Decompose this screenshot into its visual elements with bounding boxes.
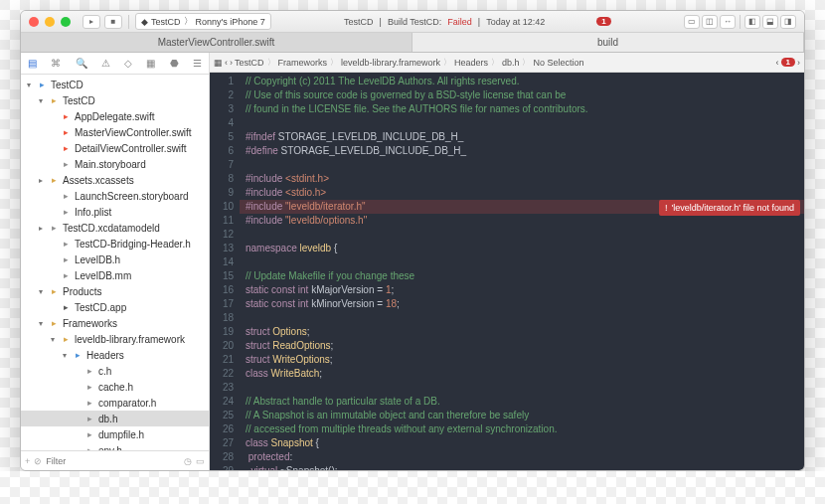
tree-item[interactable]: ▸cache.h bbox=[21, 379, 209, 395]
tree-item[interactable]: ▾▸Frameworks bbox=[21, 315, 209, 331]
tree-item[interactable]: ▾▸leveldb-library.framework bbox=[21, 331, 209, 347]
app-icon: ◆ bbox=[141, 17, 148, 27]
toggle-left-panel-icon[interactable]: ◧ bbox=[744, 15, 760, 29]
symbol-nav-icon[interactable]: ⌘ bbox=[51, 58, 61, 69]
tree-item[interactable]: ▸comparator.h bbox=[21, 395, 209, 411]
error-icon: ! bbox=[665, 201, 668, 215]
navigator-selector: ▤ ⌘ 🔍 ⚠ ◇ ▦ ⬣ ☰ bbox=[21, 53, 209, 75]
inline-error-badge[interactable]: 1 bbox=[781, 58, 795, 67]
jump-bar[interactable]: ▦ ‹ › TestCD〉Frameworks〉leveldb-library.… bbox=[210, 53, 804, 73]
prev-issue-icon[interactable]: ‹ bbox=[776, 58, 779, 68]
editor-standard-icon[interactable]: ▭ bbox=[684, 15, 700, 29]
tree-item[interactable]: ▾▸Products bbox=[21, 283, 209, 299]
editor-version-icon[interactable]: ↔ bbox=[720, 15, 736, 29]
breakpoint-nav-icon[interactable]: ⬣ bbox=[170, 58, 179, 69]
tree-item[interactable]: ▸TestCD.app bbox=[21, 299, 209, 315]
xcode-window: ▸ ■ ◆ TestCD 〉 Ronny's iPhone 7 TestCD |… bbox=[20, 10, 805, 471]
source-editor[interactable]: 1234567891011121314151617181920212223242… bbox=[210, 73, 804, 470]
project-tree: ▾▸TestCD▾▸TestCD▸AppDelegate.swift▸Maste… bbox=[21, 75, 209, 450]
tree-item[interactable]: ▸MasterViewController.swift bbox=[21, 124, 209, 140]
related-items-icon[interactable]: ▦ bbox=[214, 58, 223, 68]
navigator-sidebar: ▤ ⌘ 🔍 ⚠ ◇ ▦ ⬣ ☰ ▾▸TestCD▾▸TestCD▸AppDele… bbox=[21, 53, 210, 470]
tree-item[interactable]: ▸db.h bbox=[21, 411, 209, 426]
tree-item[interactable]: ▸dumpfile.h bbox=[21, 426, 209, 442]
scheme-device: Ronny's iPhone 7 bbox=[196, 17, 265, 27]
tab-build[interactable]: build bbox=[412, 33, 804, 52]
tree-item[interactable]: ▸▸Assets.xcassets bbox=[21, 172, 209, 188]
titlebar: ▸ ■ ◆ TestCD 〉 Ronny's iPhone 7 TestCD |… bbox=[21, 11, 804, 33]
scm-icon[interactable]: ▭ bbox=[196, 456, 205, 466]
tree-item[interactable]: ▸c.h bbox=[21, 363, 209, 379]
close-button[interactable] bbox=[29, 17, 39, 27]
test-nav-icon[interactable]: ◇ bbox=[124, 58, 132, 69]
add-icon[interactable]: + bbox=[25, 456, 30, 466]
stop-button[interactable]: ■ bbox=[104, 15, 122, 29]
filter-icon[interactable]: ⊘ bbox=[34, 456, 42, 466]
project-nav-icon[interactable]: ▤ bbox=[28, 58, 37, 69]
find-nav-icon[interactable]: 🔍 bbox=[76, 58, 87, 69]
scheme-target: TestCD bbox=[151, 17, 181, 27]
toggle-bottom-panel-icon[interactable]: ⬓ bbox=[762, 15, 778, 29]
tree-item[interactable]: ▸Main.storyboard bbox=[21, 156, 209, 172]
error-annotation[interactable]: ! 'leveldb/iterator.h' file not found bbox=[659, 200, 800, 216]
recent-icon[interactable]: ◷ bbox=[184, 456, 192, 466]
report-nav-icon[interactable]: ☰ bbox=[193, 58, 202, 69]
tree-item[interactable]: ▾▸Headers bbox=[21, 347, 209, 363]
editor-area: ▦ ‹ › TestCD〉Frameworks〉leveldb-library.… bbox=[210, 53, 804, 470]
tree-item[interactable]: ▸TestCD-Bridging-Header.h bbox=[21, 236, 209, 252]
tree-item[interactable]: ▸AppDelegate.swift bbox=[21, 108, 209, 124]
filter-bar: + ⊘ ◷ ▭ bbox=[21, 450, 209, 470]
back-icon[interactable]: ‹ bbox=[225, 58, 228, 68]
document-tabbar: MasterViewController.swift build bbox=[21, 33, 804, 53]
tree-item[interactable]: ▾▸TestCD bbox=[21, 92, 209, 108]
tree-item[interactable]: ▸▸TestCD.xcdatamodeld bbox=[21, 220, 209, 236]
jumpbar-seg[interactable]: db.h bbox=[502, 58, 520, 68]
tree-item[interactable]: ▸LevelDB.h bbox=[21, 252, 209, 267]
jumpbar-seg[interactable]: Frameworks bbox=[278, 58, 328, 68]
forward-icon[interactable]: › bbox=[230, 58, 233, 68]
zoom-button[interactable] bbox=[61, 17, 71, 27]
jumpbar-seg[interactable]: Headers bbox=[454, 58, 488, 68]
next-issue-icon[interactable]: › bbox=[797, 58, 800, 68]
tree-item[interactable]: ▸env.h bbox=[21, 442, 209, 450]
tree-item[interactable]: ▸LevelDB.mm bbox=[21, 267, 209, 283]
jumpbar-seg[interactable]: leveldb-library.framework bbox=[341, 58, 440, 68]
editor-assistant-icon[interactable]: ◫ bbox=[702, 15, 718, 29]
issue-nav-icon[interactable]: ⚠ bbox=[101, 58, 110, 69]
debug-nav-icon[interactable]: ▦ bbox=[146, 58, 155, 69]
filter-input[interactable] bbox=[46, 456, 180, 466]
tree-item[interactable]: ▸LaunchScreen.storyboard bbox=[21, 188, 209, 204]
tree-item[interactable]: ▾▸TestCD bbox=[21, 77, 209, 92]
tree-item[interactable]: ▸Info.plist bbox=[21, 204, 209, 220]
activity-status: TestCD | Build TestCD: Failed | Today at… bbox=[275, 17, 680, 27]
minimize-button[interactable] bbox=[45, 17, 55, 27]
run-button[interactable]: ▸ bbox=[82, 15, 100, 29]
error-badge[interactable]: 1 bbox=[596, 17, 610, 26]
jumpbar-seg[interactable]: No Selection bbox=[533, 58, 583, 68]
toggle-right-panel-icon[interactable]: ◨ bbox=[780, 15, 796, 29]
tab-master[interactable]: MasterViewController.swift bbox=[21, 33, 412, 52]
scheme-selector[interactable]: ◆ TestCD 〉 Ronny's iPhone 7 bbox=[135, 13, 271, 30]
jumpbar-seg[interactable]: TestCD bbox=[235, 58, 264, 68]
error-text: 'leveldb/iterator.h' file not found bbox=[671, 201, 794, 215]
tree-item[interactable]: ▸DetailViewController.swift bbox=[21, 140, 209, 156]
